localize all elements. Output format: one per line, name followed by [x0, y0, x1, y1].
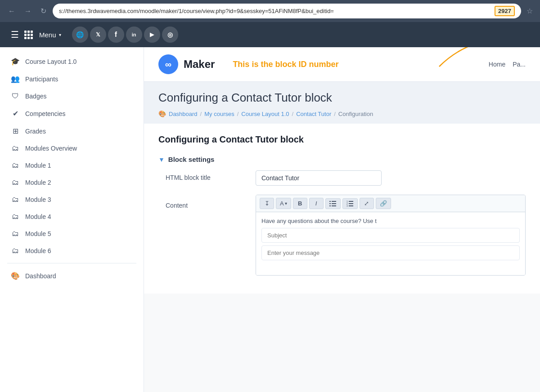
back-button[interactable]: ←: [5, 5, 18, 17]
toolbar-btn-paste[interactable]: ↧: [260, 198, 274, 209]
block-settings-section: ▼ Block settings HTML block title Conten…: [158, 156, 526, 276]
list-ul-icon: [329, 200, 337, 207]
form-preview: [261, 228, 520, 263]
breadcrumb-dashboard[interactable]: Dashboard: [169, 111, 198, 117]
sidebar-item-participants[interactable]: 👥 Participants: [0, 70, 144, 88]
sidebar-label-module-5: Module 5: [25, 230, 51, 237]
form-content: Configuring a Contact Tutor block ▼ Bloc…: [144, 124, 540, 294]
sidebar-label-badges: Badges: [25, 93, 46, 100]
folder-5-icon: 🗂: [11, 230, 20, 238]
grid-icon: [24, 31, 33, 39]
subject-input[interactable]: [261, 228, 520, 243]
checkmark-icon: ✔: [11, 109, 20, 118]
content-label-area: Content !: [166, 195, 256, 209]
folder-overview-icon: 🗂: [11, 144, 20, 152]
twitter-icon[interactable]: 𝕏: [90, 27, 106, 43]
breadcrumb-course-layout[interactable]: Course Layout 1.0: [241, 111, 289, 117]
page-title: Configuring a Contact Tutor block: [158, 91, 526, 105]
sidebar-item-badges[interactable]: 🛡 Badges: [0, 88, 144, 105]
graduation-cap-icon: 🎓: [11, 57, 20, 66]
breadcrumb-sep-2: /: [237, 111, 239, 117]
youtube-icon[interactable]: ▶: [144, 27, 160, 43]
sidebar-divider: [7, 263, 136, 263]
svg-rect-8: [349, 201, 353, 202]
sidebar-item-module-5[interactable]: 🗂 Module 5: [0, 225, 144, 242]
sidebar-item-course-layout[interactable]: 🎓 Course Layout 1.0: [0, 53, 144, 70]
sidebar-label-module-1: Module 1: [25, 162, 51, 169]
html-title-input[interactable]: [256, 170, 382, 186]
reload-button[interactable]: ↻: [38, 5, 49, 17]
section-title: Block settings: [168, 156, 215, 163]
editor-content-text: Have any questions about the course? Use…: [261, 218, 520, 224]
breadcrumb-contact-tutor[interactable]: Contact Tutor: [296, 111, 331, 117]
forward-button[interactable]: →: [22, 5, 34, 17]
breadcrumb-sep-1: /: [200, 111, 202, 117]
address-bar[interactable]: s://themes.3rdwavemedia.com/moodle/maker…: [53, 4, 521, 18]
font-dropdown-icon: ▾: [285, 201, 287, 206]
bookmark-button[interactable]: ☆: [525, 5, 535, 17]
breadcrumb-icon: 🎨: [158, 110, 166, 117]
linkedin-icon[interactable]: in: [126, 27, 142, 43]
url-highlight: 2927: [495, 6, 515, 16]
instagram-icon[interactable]: ◎: [162, 27, 178, 43]
html-title-field: [256, 170, 526, 186]
sidebar-label-grades: Grades: [25, 128, 46, 135]
svg-rect-5: [329, 205, 331, 206]
sidebar-label-participants: Participants: [25, 76, 58, 83]
sidebar-item-module-6[interactable]: 🗂 Module 6: [0, 242, 144, 259]
collapsible-header: ▼ Block settings: [158, 156, 526, 163]
toolbar-btn-list-ol[interactable]: 1 2 3: [342, 198, 358, 209]
sidebar-item-modules-overview[interactable]: 🗂 Modules Overview: [0, 140, 144, 157]
editor-toolbar: ↧ A ▾ B I: [256, 195, 525, 212]
sidebar-item-module-4[interactable]: 🗂 Module 4: [0, 208, 144, 225]
browser-chrome: ← → ↻ s://themes.3rdwavemedia.com/moodle…: [0, 0, 540, 22]
svg-rect-6: [332, 205, 336, 206]
sidebar-label-module-6: Module 6: [25, 247, 51, 254]
facebook-icon[interactable]: f: [108, 27, 124, 43]
breadcrumb-my-courses[interactable]: My courses: [204, 111, 234, 117]
sidebar-item-module-2[interactable]: 🗂 Module 2: [0, 174, 144, 191]
toolbar-btn-font[interactable]: A ▾: [276, 198, 291, 209]
folder-1-icon: 🗂: [11, 161, 20, 169]
editor-body[interactable]: Have any questions about the course? Use…: [256, 212, 525, 275]
sidebar-item-grades[interactable]: ⊞ Grades: [0, 122, 144, 140]
sidebar-label-module-2: Module 2: [25, 179, 51, 186]
svg-rect-2: [332, 201, 336, 202]
sidebar-item-competencies[interactable]: ✔ Competencies: [0, 105, 144, 122]
logo-symbol: ∞: [165, 59, 171, 70]
header-nav-pa[interactable]: Pa...: [513, 61, 526, 68]
logo-icon: ∞: [158, 54, 178, 74]
sidebar-item-module-3[interactable]: 🗂 Module 3: [0, 191, 144, 208]
sidebar-label-competencies: Competencies: [25, 110, 66, 117]
folder-3-icon: 🗂: [11, 196, 20, 204]
annotation-text: This is the block ID number: [233, 60, 338, 69]
svg-rect-3: [329, 203, 331, 204]
message-input[interactable]: [261, 245, 520, 260]
sidebar-item-dashboard[interactable]: 🎨 Dashboard: [0, 267, 144, 285]
toolbar-btn-italic[interactable]: I: [309, 198, 324, 209]
grid-grades-icon: ⊞: [11, 127, 20, 135]
menu-button[interactable]: Menu ▾: [34, 27, 67, 42]
sidebar-label-module-4: Module 4: [25, 213, 51, 220]
content-form-row: Content ! ↧ A ▾ B I: [158, 195, 526, 276]
sidebar-label-modules-overview: Modules Overview: [25, 145, 77, 152]
sidebar-item-module-1[interactable]: 🗂 Module 1: [0, 157, 144, 174]
collapse-arrow-icon[interactable]: ▼: [158, 156, 165, 163]
logo-area: ∞ Maker: [158, 54, 215, 74]
globe-icon[interactable]: 🌐: [72, 27, 88, 43]
top-navigation: ☰ Menu ▾ 🌐 𝕏 f in ▶ ◎: [0, 22, 540, 47]
toolbar-btn-expand[interactable]: ⤢: [360, 198, 374, 209]
breadcrumb-sep-3: /: [292, 111, 294, 117]
svg-rect-1: [329, 201, 331, 202]
folder-6-icon: 🗂: [11, 247, 20, 255]
toolbar-btn-list-ul[interactable]: [325, 198, 341, 209]
hamburger-button[interactable]: ☰: [7, 26, 22, 44]
html-title-form-row: HTML block title: [158, 170, 526, 186]
toolbar-btn-bold[interactable]: B: [293, 198, 307, 209]
sidebar-label-course-layout: Course Layout 1.0: [25, 58, 76, 65]
menu-label: Menu: [39, 31, 56, 39]
form-section-title: Configuring a Contact Tutor block: [158, 134, 526, 145]
annotation-container: This is the block ID number: [215, 60, 488, 69]
toolbar-btn-link[interactable]: 🔗: [376, 198, 391, 209]
annotation-arrow: [435, 47, 498, 71]
